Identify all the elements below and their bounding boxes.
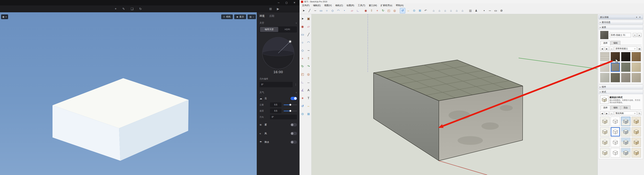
material-swatch[interactable] <box>632 52 641 61</box>
push-pull-tool[interactable]: ⇧ <box>369 8 374 13</box>
tab-post[interactable]: 后期 <box>269 15 274 18</box>
material-swatch[interactable] <box>621 52 630 61</box>
rotate-tool[interactable]: ↻ <box>300 63 305 70</box>
geo-sky-option[interactable]: 地理天空 <box>260 27 278 32</box>
style-thumbnail[interactable] <box>621 148 630 157</box>
tab-select[interactable]: 选择 <box>600 105 610 110</box>
back-view-icon[interactable]: ⌂ <box>454 8 460 13</box>
rectangle-tool[interactable]: ▭ <box>300 31 305 39</box>
menu-item[interactable]: 编辑(E) <box>311 4 322 8</box>
style-thumbnail[interactable] <box>600 127 610 136</box>
material-swatch[interactable] <box>632 73 641 82</box>
circle-tool[interactable]: ○ <box>324 8 330 13</box>
style-thumbnail[interactable] <box>632 117 641 126</box>
arc-tool[interactable]: ◠ <box>336 8 341 13</box>
pan-tool[interactable]: ⇔ <box>306 102 311 110</box>
components-section[interactable]: ▸ 组件 <box>598 85 643 89</box>
style-thumbnail[interactable] <box>600 117 610 126</box>
style-thumbnail[interactable] <box>610 127 620 136</box>
polygon-tool[interactable]: ◇ <box>330 8 335 13</box>
entity-info-section[interactable]: ▾ 图元信息 <box>598 20 643 24</box>
material-swatch[interactable] <box>600 63 610 72</box>
right-view-icon[interactable]: ⌂ <box>448 8 454 13</box>
dimension-tool[interactable]: ↔ <box>306 78 311 86</box>
orbit-tool[interactable]: ↺ <box>300 102 305 110</box>
tape-measure-tool[interactable]: ∟ <box>355 8 360 13</box>
tab-edit[interactable]: 编辑 <box>610 105 620 110</box>
section-plane-tool[interactable]: ▥ <box>468 8 473 13</box>
axes-tool[interactable]: ∗ <box>300 94 305 102</box>
chevron-down-icon[interactable]: ∨ <box>296 22 297 24</box>
create-material-button[interactable]: + <box>633 33 637 37</box>
style-thumbnail[interactable] <box>600 148 610 157</box>
cloud-amount-value[interactable]: 0.5 <box>270 102 282 107</box>
rotate-tool[interactable]: ↻ <box>380 8 386 13</box>
style-thumbnail[interactable] <box>610 117 620 126</box>
eraser-tool[interactable]: ▱ <box>306 23 311 31</box>
display-button[interactable]: ◉ 显示 <box>234 15 246 19</box>
push-pull-tool[interactable]: ⇧ <box>306 55 311 63</box>
move-tool[interactable]: + <box>300 55 305 63</box>
top-view-icon[interactable]: ⌂ <box>437 8 442 13</box>
chevron-down-icon[interactable]: ∨ <box>296 91 297 94</box>
speed-value[interactable]: 0.5 <box>270 109 282 113</box>
paint-bucket-tool[interactable]: ◉ <box>363 8 368 13</box>
camera-button[interactable]: ⊡ 相机 <box>221 15 233 19</box>
style-thumbnail[interactable] <box>610 138 620 147</box>
material-swatch[interactable] <box>600 73 610 82</box>
line-tool[interactable]: ╱ <box>306 31 311 39</box>
pin-icon[interactable]: ⌖ <box>115 7 116 11</box>
sun-indicator[interactable] <box>290 41 291 43</box>
textured-box-model[interactable] <box>374 60 523 161</box>
material-swatch[interactable] <box>610 73 620 82</box>
zoom-tool[interactable]: ⊙ <box>412 8 417 13</box>
menu-item[interactable]: 相机(C) <box>334 4 345 8</box>
pen-icon[interactable]: ✎ <box>122 7 125 11</box>
menu-item[interactable]: 文件(F) <box>300 4 311 8</box>
minimize-button[interactable]: ─ <box>275 0 282 6</box>
direction-input[interactable]: 0° <box>270 115 297 119</box>
menu-item[interactable]: 工具(T) <box>356 4 367 8</box>
offset-tool[interactable]: ◎ <box>306 70 311 78</box>
scale-tool[interactable]: ◰ <box>386 8 392 13</box>
paint-bucket-tool[interactable]: ◉ <box>300 23 305 31</box>
north-offset-input[interactable]: 0° <box>260 82 293 87</box>
in-model-icon[interactable]: ⌂ <box>610 111 614 115</box>
select-tool[interactable]: ➤ <box>301 8 306 13</box>
material-swatch[interactable] <box>610 52 620 61</box>
material-swatch[interactable] <box>610 63 620 72</box>
rectangle-tool[interactable]: ▭ <box>318 8 324 13</box>
back-icon[interactable]: ◀ <box>600 47 604 51</box>
maximize-button[interactable]: ▢ <box>282 0 290 6</box>
kebab-menu-icon[interactable]: ⋮ <box>294 83 297 86</box>
text-tool[interactable]: A <box>306 86 311 94</box>
view-mode-button[interactable]: ▤ ∨ <box>248 15 256 19</box>
menu-item[interactable]: 绘图(R) <box>345 4 356 8</box>
left-view-icon[interactable]: ⌂ <box>460 8 465 13</box>
style-thumbnail[interactable] <box>621 127 630 136</box>
render-viewport[interactable]: ▦ ∨ ⊡ 相机 ◉ 显示 ▤ ∨ <box>0 12 257 175</box>
cloud-amount-slider[interactable] <box>284 105 297 105</box>
style-thumbnail[interactable] <box>632 148 641 157</box>
offset-tool[interactable]: ◎ <box>392 8 397 13</box>
zoom-extents-tool[interactable]: ⊞ <box>417 8 422 13</box>
line-tool[interactable]: ╱ <box>307 8 312 13</box>
style-thumbnail[interactable] <box>621 117 630 126</box>
forward-icon[interactable]: ▶ <box>605 47 609 51</box>
cloud-toggle[interactable] <box>290 97 297 100</box>
select-tool[interactable]: ➤ <box>300 15 305 23</box>
material-swatch[interactable] <box>600 52 610 61</box>
scale-tool[interactable]: ◰ <box>300 70 305 78</box>
zoom-extents-tool[interactable]: ⊞ <box>306 110 311 118</box>
style-collection-dropdown[interactable]: 预设风格 ∨ <box>614 111 637 115</box>
sketchup-viewport[interactable] <box>312 14 598 175</box>
polygon-tool[interactable]: ◇ <box>300 47 305 55</box>
circle-slash-icon[interactable]: ⊘ <box>499 8 504 13</box>
front-view-icon[interactable]: ⌂ <box>442 8 448 13</box>
screenshot-icon[interactable]: ⊞ <box>269 7 272 11</box>
tab-mix[interactable]: 混合 <box>621 105 630 110</box>
style-thumbnail[interactable] <box>621 138 630 147</box>
menu-item[interactable]: 窗口(W) <box>367 4 379 8</box>
iso-view-icon[interactable]: ⌂ <box>431 8 436 13</box>
tab-environment[interactable]: 环境 <box>260 15 264 18</box>
